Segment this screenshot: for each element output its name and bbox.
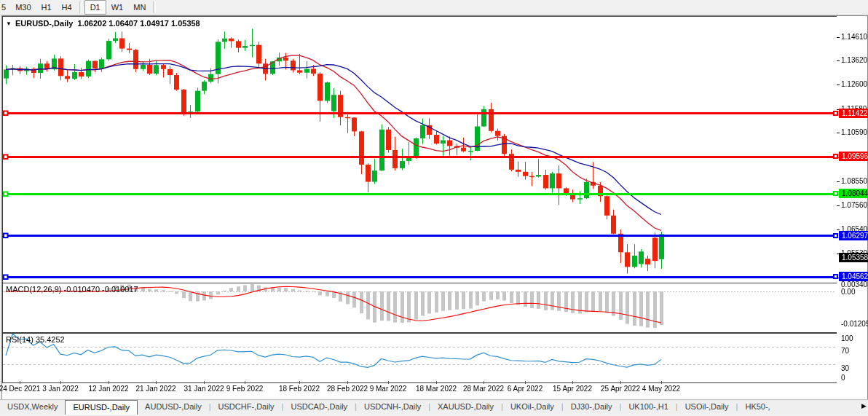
date-axis-label: 4 May 2022 <box>642 385 680 393</box>
price-tick-label: 1.07560 <box>841 201 867 209</box>
price-level-badge[interactable]: 1.05358 <box>839 253 868 262</box>
price-tick-mark <box>837 133 840 133</box>
macd-axis-label: 0.00 <box>841 288 855 296</box>
date-tick-mark <box>347 381 348 384</box>
date-tick-mark <box>525 381 526 384</box>
symbol-tab-bar: USDX,WeeklyEURUSD-,DailyAUDUSD-,Daily|US… <box>0 399 868 415</box>
timeframe-button-h4[interactable]: H4 <box>57 0 77 15</box>
date-axis-label: 9 Feb 2022 <box>226 385 264 393</box>
date-axis-label: 24 Dec 2021 <box>0 385 40 393</box>
price-tick-label: 1.13620 <box>841 56 867 64</box>
date-tick-mark <box>436 381 437 384</box>
price-tick-label: 1.08550 <box>841 177 867 185</box>
timeframe-button-d1[interactable]: D1 <box>84 0 106 15</box>
tab-ukoil-daily[interactable]: UKOil-,Daily <box>503 400 561 415</box>
hline-handle[interactable] <box>833 111 838 116</box>
price-tick-mark <box>837 205 840 206</box>
timeframe-button-m30[interactable]: M30 <box>10 0 36 15</box>
macd-axis-label: -0.012058 <box>841 320 868 328</box>
price-axis[interactable]: 1.146101.136201.126001.115801.105901.095… <box>837 16 867 397</box>
tab-usdcnh-daily[interactable]: USDCNH-,Daily <box>357 400 428 415</box>
chart-title: ▼EURUSD-,Daily 1.06202 1.06407 1.04917 1… <box>6 19 200 28</box>
hline-handle[interactable] <box>833 154 838 159</box>
date-axis-label: 12 Jan 2022 <box>88 385 128 393</box>
price-tick-mark <box>837 37 840 38</box>
tab-hk50[interactable]: HK50-, <box>738 400 777 415</box>
timeframe-button-w1[interactable]: W1 <box>106 0 129 15</box>
date-tick-mark <box>620 381 621 384</box>
price-level-badge[interactable]: 1.11422 <box>839 109 868 118</box>
date-axis-label: 28 Mar 2022 <box>463 385 504 393</box>
date-axis-label: 28 Feb 2022 <box>327 385 368 393</box>
date-axis-label: 18 Feb 2022 <box>279 385 320 393</box>
date-tick-mark <box>60 381 61 384</box>
tab-eurusd-daily[interactable]: EURUSD-,Daily <box>65 400 138 415</box>
date-tick-mark <box>156 381 157 384</box>
price-tick-label: 1.12600 <box>841 80 867 88</box>
date-tick-mark <box>108 381 109 384</box>
price-tick-mark <box>837 85 840 85</box>
price-chart-canvas[interactable] <box>3 17 836 281</box>
timeframe-button-h1[interactable]: H1 <box>36 0 57 15</box>
date-tick-mark <box>20 381 20 384</box>
date-tick-mark <box>299 381 300 384</box>
chart-title-ohlc: 1.06202 1.06407 1.04917 1.05358 <box>78 19 200 28</box>
timeframe-button-5[interactable]: 5 <box>0 0 10 15</box>
tab-usdchf-daily[interactable]: USDCHF-,Daily <box>211 400 282 415</box>
price-tick-label: 1.10590 <box>841 128 867 136</box>
date-axis-label: 9 Mar 2022 <box>370 385 407 393</box>
date-tick-mark <box>484 381 484 384</box>
rsi-canvas[interactable] <box>3 334 836 380</box>
tab-usdx-weekly[interactable]: USDX,Weekly <box>0 400 65 415</box>
price-level-badge[interactable]: 1.08044 <box>839 189 868 198</box>
date-axis-label: 18 Mar 2022 <box>416 385 457 393</box>
date-axis-label: 25 Apr 2022 <box>601 385 640 393</box>
date-tick-mark <box>245 381 245 384</box>
rsi-axis-label: 70 <box>841 347 849 355</box>
hline-handle[interactable] <box>833 233 838 238</box>
toolbar-separator <box>153 1 156 13</box>
toolbar-separator <box>79 1 82 13</box>
price-tick-label: 1.14610 <box>841 33 867 41</box>
price-tick-mark <box>837 181 840 182</box>
date-tick-mark <box>204 381 205 384</box>
chart-dropdown-icon[interactable]: ▼ <box>6 20 12 27</box>
macd-label: MACD(12,26,9) -0.010470 -0.010017 <box>6 285 138 294</box>
hline-handle[interactable] <box>833 191 838 196</box>
tab-dj30-daily[interactable]: DJ30-,Daily <box>564 400 620 415</box>
hline-handle[interactable] <box>833 274 838 279</box>
rsi-axis-label: 30 <box>841 364 849 372</box>
date-tick-mark <box>661 381 662 384</box>
rsi-axis-label: 100 <box>841 334 853 342</box>
date-axis-label: 15 Apr 2022 <box>553 385 592 393</box>
timeframe-button-mn[interactable]: MN <box>128 0 151 15</box>
date-axis-label: 6 Apr 2022 <box>508 385 542 393</box>
rsi-axis-label: 0 <box>841 374 845 382</box>
price-tick-mark <box>837 229 840 230</box>
tab-usoil-daily[interactable]: USOil-,Daily <box>678 400 736 415</box>
tab-scroll-right-icon[interactable]: ▶ <box>861 402 867 409</box>
date-axis-label: 21 Jan 2022 <box>135 385 175 393</box>
rsi-label: RSI(14) 35.4252 <box>6 335 65 344</box>
price-tick-mark <box>837 60 840 61</box>
tab-usdcad-daily[interactable]: USDCAD-,Daily <box>283 400 355 415</box>
price-level-badge[interactable]: 1.09596 <box>839 152 868 161</box>
tab-audusd-daily[interactable]: AUDUSD-,Daily <box>138 400 209 415</box>
date-tick-mark <box>388 381 389 384</box>
date-axis-label: 31 Jan 2022 <box>184 385 224 393</box>
tab-uk100-h1[interactable]: UK100-,H1 <box>621 400 675 415</box>
tab-xauusd-daily[interactable]: XAUUSD-,Daily <box>430 400 501 415</box>
date-tick-mark <box>572 381 573 384</box>
date-axis-label: 3 Jan 2022 <box>42 385 79 393</box>
timeframe-toolbar: 5M30H1H4D1W1MN <box>0 0 868 15</box>
chart-title-symbol: EURUSD-,Daily <box>15 19 73 28</box>
price-level-badge[interactable]: 1.06297 <box>839 231 868 240</box>
